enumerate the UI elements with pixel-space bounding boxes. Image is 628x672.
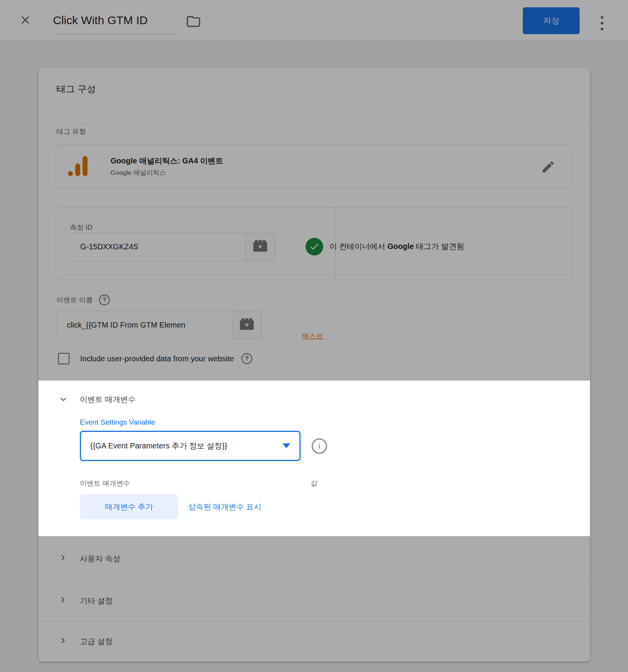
info-icon[interactable]: i [312,438,327,454]
section-other-settings[interactable]: 기타 설정 [38,581,590,620]
value-column-header: 값 [311,479,317,488]
variable-picker-button[interactable]: + [245,233,275,261]
measurement-id-panel: 측정 ID + 이 컨테이너에서 Google 태그가 발견됨 [56,207,572,280]
tag-type-vendor: Google 애널리틱스 [111,168,223,177]
text-mode-link[interactable]: 텍스트 [302,331,324,341]
divider [38,380,590,380]
section-user-properties[interactable]: 사용자 속성 [38,537,590,580]
user-data-checkbox[interactable] [58,353,69,364]
tag-type-card[interactable]: Google 애널리틱스: GA4 이벤트 Google 애널리틱스 [56,145,572,188]
check-circle-icon [306,238,323,255]
event-name-label: 이벤트 이름 [56,295,93,305]
lego-plus-icon: + [253,242,267,252]
chevron-right-icon [58,635,68,647]
event-name-input[interactable] [57,311,232,339]
chevron-right-icon [58,595,68,607]
kebab-menu-button[interactable] [595,13,609,33]
event-parameters-title: 이벤트 매개변수 [80,394,136,405]
ga4-analytics-icon [68,156,88,177]
tag-title-input[interactable] [53,10,177,35]
tag-type-name: Google 애널리틱스: GA4 이벤트 [111,156,223,166]
add-parameter-button[interactable]: 매개변수 추가 [80,494,178,519]
section-label: 고급 설정 [80,636,113,647]
param-column-header: 이벤트 매개변수 [80,479,130,488]
kebab-menu-icon [601,16,603,19]
event-name-group: + [56,311,262,339]
section-advanced-settings[interactable]: 고급 설정 [38,621,590,662]
top-bar: 저장 [0,0,628,41]
event-name-label-row: 이벤트 이름 ? [56,295,110,305]
measurement-id-label: 측정 ID [70,223,93,232]
chevron-right-icon [58,552,68,565]
measurement-id-group: + [70,232,275,261]
tag-configuration-card: 태그 구성 태그 유형 Google 애널리틱스: GA4 이벤트 Google… [38,68,590,662]
save-button[interactable]: 저장 [523,7,580,34]
esv-label: Event Settings Variable [80,418,155,427]
folder-icon [186,14,201,30]
user-data-label: Include user-provided data from your web… [80,354,234,363]
close-icon [19,13,32,28]
folder-button[interactable] [186,15,201,30]
status-text: 이 컨테이너에서 Google 태그가 발견됨 [329,241,464,252]
esv-dropdown-value: {{GA Event Parameters 추가 정보 설정}} [90,441,283,451]
variable-picker-button[interactable]: + [232,311,261,339]
show-inherited-link[interactable]: 상속된 매개변수 표시 [188,502,261,512]
esv-dropdown[interactable]: {{GA Event Parameters 추가 정보 설정}} [80,431,301,461]
section-label: 사용자 속성 [80,553,121,564]
measurement-id-input[interactable] [70,233,245,261]
divider [38,124,590,124]
help-icon[interactable]: ? [241,353,252,364]
user-data-row: Include user-provided data from your web… [58,353,252,364]
close-button[interactable] [18,14,32,28]
gtm-tag-editor: 저장 태그 구성 태그 유형 Google 애널리틱스: GA4 이벤트 Goo… [0,0,628,672]
help-icon[interactable]: ? [99,295,110,305]
dropdown-caret-icon [283,443,290,448]
lego-plus-icon: + [240,320,254,330]
tag-type-label: 태그 유형 [56,127,86,136]
edit-icon[interactable] [541,160,555,176]
card-title: 태그 구성 [56,83,96,95]
collapse-event-parameters[interactable] [58,394,69,405]
section-label: 기타 설정 [80,596,113,606]
chevron-down-icon [58,400,69,406]
